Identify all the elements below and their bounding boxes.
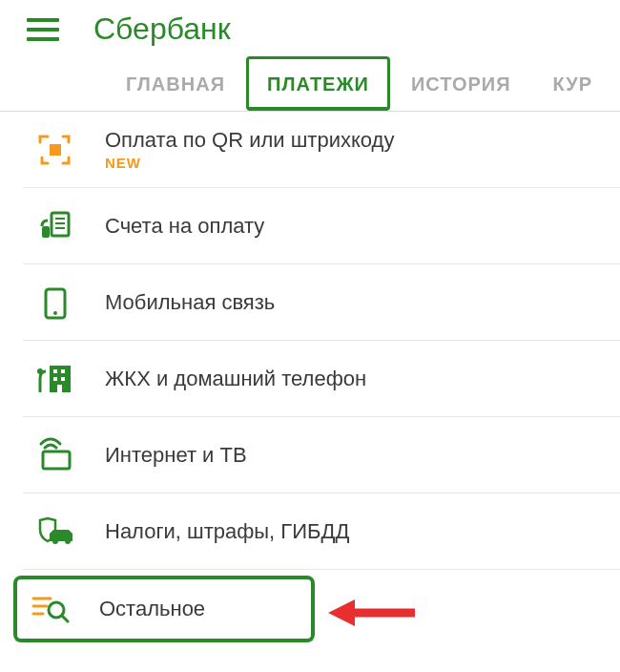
svg-point-17 xyxy=(65,538,71,544)
item-label: ЖКХ и домашний телефон xyxy=(105,367,610,391)
item-label: Мобильная связь xyxy=(105,290,610,315)
svg-rect-11 xyxy=(53,377,57,381)
new-badge: NEW xyxy=(105,155,610,171)
svg-rect-15 xyxy=(43,452,70,469)
mobile-icon xyxy=(23,284,88,322)
item-label: Счета на оплату xyxy=(105,214,610,239)
list-item[interactable]: Налоги, штрафы, ГИБДД xyxy=(23,494,620,570)
svg-rect-9 xyxy=(53,369,57,373)
svg-rect-12 xyxy=(61,377,65,381)
item-label: Оплата по QR или штрихкоду xyxy=(105,128,610,153)
payments-list: Оплата по QR или штрихкоду NEW Счета на … xyxy=(0,112,620,642)
list-item[interactable]: Мобильная связь xyxy=(23,264,620,341)
invoice-icon xyxy=(23,207,88,245)
search-list-icon xyxy=(17,591,82,627)
app-title: Сбербанк xyxy=(93,11,231,47)
menu-icon[interactable] xyxy=(27,18,59,41)
building-icon xyxy=(23,360,88,398)
svg-rect-10 xyxy=(61,369,65,373)
list-item[interactable]: ЖКХ и домашний телефон xyxy=(23,341,620,417)
svg-rect-13 xyxy=(57,385,62,392)
internet-icon xyxy=(23,436,88,474)
app-header: Сбербанк xyxy=(0,0,620,56)
item-label: Интернет и ТВ xyxy=(105,443,610,468)
svg-point-16 xyxy=(52,538,58,544)
list-item-other[interactable]: Остальное xyxy=(13,576,315,642)
svg-rect-5 xyxy=(42,226,50,238)
list-item[interactable]: Интернет и ТВ xyxy=(23,417,620,494)
item-label: Налоги, штрафы, ГИБДД xyxy=(105,519,610,544)
svg-point-14 xyxy=(37,368,43,374)
qr-icon xyxy=(23,131,88,169)
tab-main[interactable]: ГЛАВНАЯ xyxy=(105,56,246,111)
tab-rates[interactable]: КУР xyxy=(532,56,614,111)
item-label: Остальное xyxy=(99,597,301,621)
svg-marker-24 xyxy=(328,599,355,626)
svg-line-22 xyxy=(62,616,68,621)
car-shield-icon xyxy=(23,513,88,551)
arrow-annotation-icon xyxy=(324,594,420,636)
tab-history[interactable]: ИСТОРИЯ xyxy=(390,56,532,111)
svg-point-7 xyxy=(53,311,57,315)
tab-payments[interactable]: ПЛАТЕЖИ xyxy=(246,56,390,111)
list-item[interactable]: Оплата по QR или штрихкоду NEW xyxy=(23,112,620,188)
svg-rect-0 xyxy=(50,144,61,156)
tab-bar: ГЛАВНАЯ ПЛАТЕЖИ ИСТОРИЯ КУР xyxy=(0,56,620,112)
list-item[interactable]: Счета на оплату xyxy=(23,188,620,264)
